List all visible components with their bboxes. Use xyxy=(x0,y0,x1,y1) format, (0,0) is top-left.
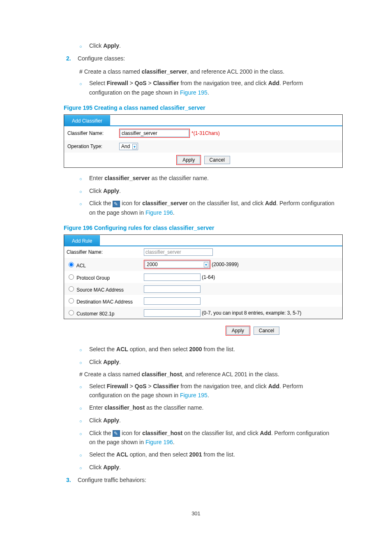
acl-select[interactable]: 2000▾ xyxy=(145,261,210,268)
figure-195-link[interactable]: Figure 195 xyxy=(180,89,208,96)
source-mac-input[interactable] xyxy=(144,285,201,293)
figure-195-link[interactable]: Figure 195 xyxy=(180,392,208,399)
bullet-circle: ○ xyxy=(79,81,88,88)
step-number: 3. xyxy=(66,475,76,484)
page-number: 301 xyxy=(0,510,392,517)
text: Click xyxy=(89,42,103,49)
edit-icon xyxy=(113,201,120,207)
classifier-name-input-readonly xyxy=(144,248,213,256)
customer-8021p-input[interactable] xyxy=(144,309,201,317)
cancel-button[interactable]: Cancel xyxy=(204,156,230,164)
add-classifier-panel: Add Classifier Classifier Name: *(1-31Ch… xyxy=(64,114,343,168)
bullet-circle: ○ xyxy=(79,359,88,367)
dest-mac-input[interactable] xyxy=(144,297,201,305)
bullet-circle: ○ xyxy=(79,188,88,196)
acl-radio[interactable] xyxy=(69,262,74,267)
figure-196-link[interactable]: Figure 196 xyxy=(145,209,173,216)
protocol-group-radio[interactable] xyxy=(69,274,74,280)
step-number: 2. xyxy=(66,54,76,63)
bullet-circle: ○ xyxy=(79,452,88,459)
bullet-circle: ○ xyxy=(79,176,88,183)
dest-mac-radio[interactable] xyxy=(69,298,74,304)
apply-button[interactable]: Apply xyxy=(226,327,249,335)
acl-hint: (2000-3999) xyxy=(212,262,238,267)
bullet-circle: ○ xyxy=(79,405,88,412)
chevron-down-icon: ▾ xyxy=(204,262,208,267)
step-text: Configure traffic behaviors: xyxy=(78,477,146,483)
protocol-group-input[interactable] xyxy=(144,273,201,281)
add-classifier-tab[interactable]: Add Classifier xyxy=(64,115,110,126)
bullet-circle: ○ xyxy=(79,201,88,208)
nav-instruction-1: ○ Select Firewall > QoS > Classifier fro… xyxy=(79,79,343,97)
bullet-circle: ○ xyxy=(79,418,88,425)
operation-type-select[interactable]: And ▾ xyxy=(119,143,138,150)
chevron-down-icon: ▾ xyxy=(132,144,137,149)
operation-type-label: Operation Type: xyxy=(67,144,119,149)
step-text: Configure classes: xyxy=(78,55,125,62)
apply-button[interactable]: Apply xyxy=(177,156,200,164)
add-rule-panel: Add Rule Classifier Name: ACL 2000▾ (200… xyxy=(64,234,343,319)
customer-8021p-radio[interactable] xyxy=(69,310,74,315)
bullet-circle: ○ xyxy=(79,384,88,391)
apply-bold: Apply xyxy=(103,42,119,49)
classifier-name-label: Classifier Name: xyxy=(67,249,103,255)
step-2: 2. Configure classes: xyxy=(66,54,343,63)
customer-8021p-hint: (0-7, you can input 8 entries, example: … xyxy=(202,310,301,316)
document-page: ○ Click Apply. 2. Configure classes: # C… xyxy=(0,0,392,533)
bullet-circle: ○ xyxy=(79,347,88,354)
classifier-name-label: Classifier Name: xyxy=(67,130,119,136)
figure-196-link[interactable]: Figure 196 xyxy=(145,439,173,445)
protocol-group-hint: (1-64) xyxy=(202,274,215,280)
figure-195-label: Figure 195 Creating a class named classi… xyxy=(64,104,343,111)
classifier-name-hint: *(1-31Chars) xyxy=(191,130,220,136)
step-3: 3. Configure traffic behaviors: xyxy=(66,475,343,484)
source-mac-radio[interactable] xyxy=(69,286,74,292)
edit-icon xyxy=(113,430,120,437)
bullet-circle: ○ xyxy=(79,43,88,51)
sharp-line-1: # Create a class named classifier_server… xyxy=(79,67,343,76)
cancel-button[interactable]: Cancel xyxy=(254,327,279,335)
sharp-line-2: # Create a class named classifier_host, … xyxy=(79,370,343,379)
bullet-circle: ○ xyxy=(79,431,88,438)
bullet-circle: ○ xyxy=(79,465,88,472)
classifier-name-input[interactable] xyxy=(120,130,189,137)
add-rule-tab[interactable]: Add Rule xyxy=(64,235,100,246)
figure-196-label: Figure 196 Configuring rules for class c… xyxy=(64,225,343,231)
top-continuation: ○ Click Apply. xyxy=(79,41,343,51)
